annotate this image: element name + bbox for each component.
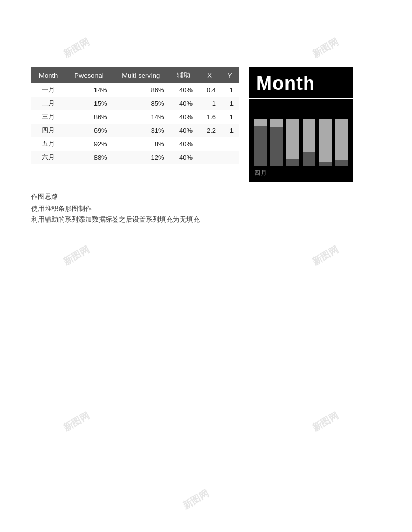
data-table: MonthPwesonalMulti serving辅助XY 一月14%86%4…	[31, 67, 239, 164]
notes-title: 作图思路	[31, 192, 200, 201]
table-cell: 1	[221, 83, 239, 97]
table-row: 三月86%14%40%1.61	[31, 110, 239, 124]
chart-bar-group	[286, 109, 299, 166]
chart-bar-group	[335, 109, 348, 166]
table-cell: 40%	[170, 151, 198, 164]
notes-items: 使用堆积条形图制作利用辅助的系列添加数据标签之后设置系列填充为无填充	[31, 203, 200, 225]
table-header: Multi serving	[113, 67, 170, 83]
table-cell	[198, 151, 221, 164]
table-cell: 8%	[113, 137, 170, 151]
table-cell: 31%	[113, 124, 170, 137]
main-content: MonthPwesonalMulti serving辅助XY 一月14%86%4…	[0, 0, 412, 202]
bar-segment-personal	[335, 119, 348, 160]
table-cell: 92%	[65, 137, 112, 151]
bar-segment-multi	[286, 159, 299, 166]
table-row: 四月69%31%40%2.21	[31, 124, 239, 137]
table-cell: 1.6	[198, 110, 221, 124]
table-cell: 六月	[31, 151, 65, 164]
table-cell: 二月	[31, 97, 65, 110]
chart-area: Month 四月	[249, 67, 353, 182]
table-cell: 1	[221, 110, 239, 124]
chart-bottom-label: 四月	[254, 169, 267, 178]
chart-title: Month	[249, 67, 353, 97]
bar-segment-multi	[319, 162, 332, 166]
table-header: 辅助	[170, 67, 198, 83]
bar-segment-multi	[303, 152, 315, 166]
table-cell: 69%	[65, 124, 112, 137]
table-header: Pwesonal	[65, 67, 112, 83]
watermark: 新图网	[61, 409, 92, 434]
chart-bar-group	[270, 109, 283, 166]
table-row: 五月92%8%40%	[31, 137, 239, 151]
bar-segment-personal	[270, 119, 283, 127]
table-cell: 1	[221, 97, 239, 110]
table-cell: 12%	[113, 151, 170, 164]
note-item: 利用辅助的系列添加数据标签之后设置系列填充为无填充	[31, 214, 200, 225]
bar-segment-multi	[270, 127, 283, 166]
watermark: 新图网	[181, 487, 211, 512]
watermark: 新图网	[310, 409, 341, 434]
bar-segment-multi	[254, 126, 267, 166]
chart-bar-group	[303, 109, 315, 166]
note-item: 使用堆积条形图制作	[31, 203, 200, 214]
table-cell: 40%	[170, 124, 198, 137]
chart-divider	[249, 98, 353, 99]
table-cell: 86%	[113, 83, 170, 97]
table-cell: 86%	[65, 110, 112, 124]
table-cell: 1	[221, 124, 239, 137]
bar-segment-personal	[303, 119, 315, 152]
chart-bar-group	[254, 109, 267, 166]
bar-segment-personal	[319, 119, 332, 162]
table-cell: 三月	[31, 110, 65, 124]
bar-segment-multi	[335, 160, 348, 166]
watermark: 新图网	[310, 243, 341, 268]
watermark: 新图网	[61, 243, 92, 268]
table-row: 一月14%86%40%0.41	[31, 83, 239, 97]
table-cell	[198, 137, 221, 151]
table-cell: 40%	[170, 83, 198, 97]
chart-bars	[249, 109, 353, 166]
table-cell: 14%	[113, 110, 170, 124]
table-cell: 85%	[113, 97, 170, 110]
table-header: X	[198, 67, 221, 83]
table-cell: 40%	[170, 110, 198, 124]
table-cell: 1	[198, 97, 221, 110]
table-cell: 一月	[31, 83, 65, 97]
table-row: 六月88%12%40%	[31, 151, 239, 164]
table-row: 二月15%85%40%11	[31, 97, 239, 110]
table-cell: 15%	[65, 97, 112, 110]
table-cell: 88%	[65, 151, 112, 164]
bar-segment-personal	[254, 119, 267, 126]
table-cell: 五月	[31, 137, 65, 151]
bar-segment-personal	[286, 119, 299, 159]
table-header: Month	[31, 67, 65, 83]
table-cell	[221, 151, 239, 164]
table-cell: 40%	[170, 97, 198, 110]
table-cell: 40%	[170, 137, 198, 151]
chart-bar-group	[319, 109, 332, 166]
table-cell: 14%	[65, 83, 112, 97]
table-cell: 2.2	[198, 124, 221, 137]
notes-section: 作图思路 使用堆积条形图制作利用辅助的系列添加数据标签之后设置系列填充为无填充	[31, 192, 200, 225]
table-header: Y	[221, 67, 239, 83]
table-cell: 四月	[31, 124, 65, 137]
table-cell: 0.4	[198, 83, 221, 97]
table-cell	[221, 137, 239, 151]
